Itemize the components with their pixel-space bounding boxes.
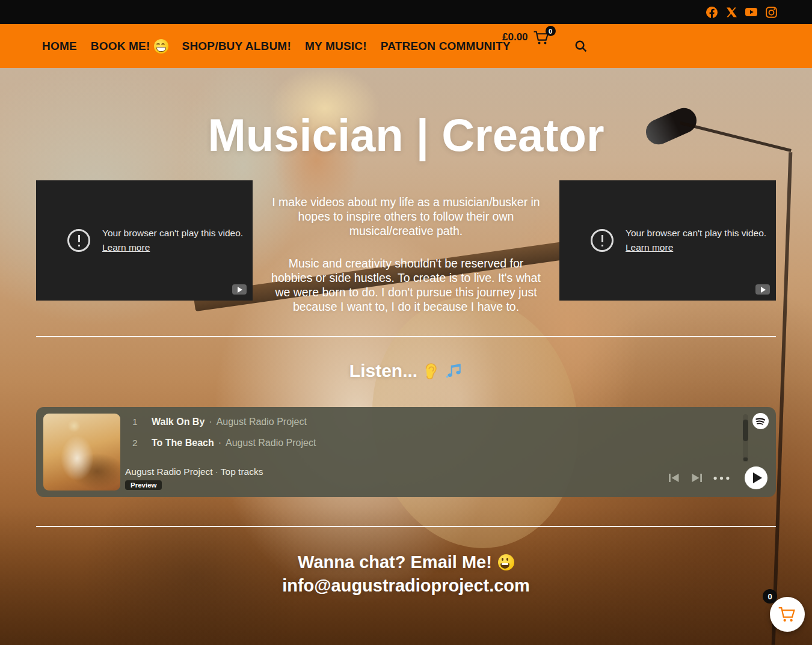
page: HOME BOOK ME! SHOP/BUY ALBUM! MY MUSIC! … (0, 0, 812, 645)
more-options-icon[interactable] (713, 476, 730, 480)
listen-heading: Listen... (0, 361, 812, 381)
track-artist: August Radio Project (226, 438, 316, 448)
x-twitter-icon[interactable] (725, 6, 737, 18)
search-button[interactable] (574, 39, 588, 53)
listen-heading-text: Listen... (349, 361, 417, 381)
player-controls (668, 466, 767, 489)
video-error-text: Your browser can't play this video. (626, 228, 766, 238)
track-row[interactable]: 1 Walk On By · August Radio Project (132, 417, 316, 432)
video-embed-left[interactable]: Your browser can't play this video. Lear… (36, 180, 253, 301)
track-number: 2 (132, 438, 143, 448)
separator: · (218, 438, 221, 448)
next-track-icon[interactable] (691, 472, 703, 483)
floating-cart-count: 0 (763, 589, 777, 604)
track-title: To The Beach (152, 438, 214, 448)
nav-label: MY MUSIC! (305, 40, 367, 53)
ear-emoji-icon (423, 362, 439, 380)
previous-track-icon[interactable] (668, 472, 680, 483)
intro-paragraph-2: Music and creativity shouldn't be reserv… (266, 256, 546, 314)
nav-cart-button[interactable]: £0.00 0 (502, 28, 550, 45)
nav-label: SHOP/BUY ALBUM! (182, 40, 291, 53)
facebook-icon[interactable] (706, 6, 718, 18)
grin-emoji-icon (154, 39, 168, 53)
nav-label: PATREON COMMUNITY (381, 40, 511, 53)
player-artist-name: August Radio Project (125, 466, 213, 477)
scrollbar[interactable] (743, 414, 748, 462)
scrollbar-thumb[interactable] (743, 420, 748, 441)
cart-total: £0.00 (502, 31, 528, 43)
youtube-watermark-icon[interactable] (232, 284, 247, 295)
nav-item-patreon[interactable]: PATREON COMMUNITY (381, 40, 511, 53)
video-error-text: Your browser can't play this video. (102, 228, 243, 238)
divider (36, 336, 776, 337)
warning-icon (67, 229, 90, 252)
main-nav: HOME BOOK ME! SHOP/BUY ALBUM! MY MUSIC! … (0, 24, 812, 68)
nav-item-book-me[interactable]: BOOK ME! (91, 39, 168, 53)
video-embed-right[interactable]: Your browser can't play this video. Lear… (559, 180, 776, 301)
contact-heading: Wanna chat? Email Me! (298, 551, 492, 574)
youtube-watermark-icon[interactable] (755, 284, 770, 295)
topbar (0, 0, 812, 24)
youtube-icon[interactable] (745, 6, 757, 18)
spotify-logo-icon[interactable] (752, 413, 769, 429)
cart-icon (778, 606, 797, 623)
album-art (43, 414, 120, 491)
instagram-icon[interactable] (765, 6, 777, 18)
video-learn-more-link[interactable]: Learn more (102, 240, 150, 255)
track-list: 1 Walk On By · August Radio Project 2 To… (132, 417, 316, 459)
player-subtitle: Top tracks (221, 466, 263, 477)
cart-count-badge: 0 (546, 26, 556, 36)
track-title: Walk On By (152, 417, 205, 427)
smile-emoji-icon (498, 554, 514, 570)
video-learn-more-link[interactable]: Learn more (626, 240, 673, 255)
divider (36, 526, 776, 527)
contact-email-link[interactable]: info@augustradioproject.com (282, 574, 530, 598)
track-artist: August Radio Project (217, 417, 307, 427)
nav-label: HOME (42, 40, 77, 53)
page-title: Musician | Creator (0, 109, 812, 161)
nav-label: BOOK ME! (91, 40, 150, 53)
nav-item-my-music[interactable]: MY MUSIC! (305, 40, 367, 53)
player-footer: August Radio Project·Top tracks Preview (125, 466, 263, 490)
warning-icon (591, 229, 614, 252)
separator: · (215, 466, 218, 477)
intro-text: I make videos about my life as a musicia… (266, 195, 546, 314)
nav-item-shop[interactable]: SHOP/BUY ALBUM! (182, 40, 291, 53)
hero-section: Musician | Creator Your browser can't pl… (0, 68, 812, 645)
preview-badge: Preview (125, 480, 162, 490)
music-notes-emoji-icon (444, 362, 463, 379)
floating-cart-button[interactable]: 0 (770, 597, 805, 632)
track-row[interactable]: 2 To The Beach · August Radio Project (132, 438, 316, 453)
contact-section: Wanna chat? Email Me! info@augustradiopr… (0, 551, 812, 597)
track-number: 1 (132, 417, 143, 427)
intro-paragraph-1: I make videos about my life as a musicia… (266, 195, 546, 239)
separator: · (209, 417, 212, 427)
nav-item-home[interactable]: HOME (42, 40, 77, 53)
spotify-embed[interactable]: 1 Walk On By · August Radio Project 2 To… (36, 407, 776, 497)
play-button[interactable] (745, 466, 767, 489)
search-icon (574, 39, 588, 53)
